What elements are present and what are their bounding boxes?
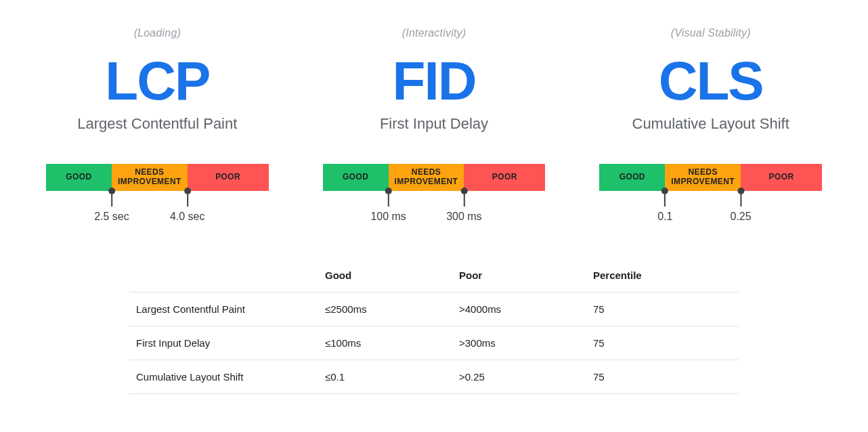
table-header-good: Good (318, 259, 452, 293)
segment-poor: POOR (741, 164, 822, 191)
threshold-tick-poor: 0.25 (730, 188, 751, 223)
table-header-row: Good Poor Percentile (129, 259, 739, 293)
threshold-tick-good: 100 ms (370, 188, 406, 223)
threshold-tick-good: 2.5 sec (94, 188, 129, 223)
cell-percentile: 75 (586, 326, 739, 360)
cell-good: ≤100ms (318, 326, 452, 360)
cell-poor: >0.25 (452, 360, 586, 394)
thresholds-table-wrap: Good Poor Percentile Largest Contentful … (129, 259, 739, 394)
metric-fullname: First Input Delay (380, 115, 488, 133)
threshold-good-label: 0.1 (657, 211, 672, 223)
threshold-good-label: 2.5 sec (94, 211, 129, 223)
cell-name: Largest Contentful Paint (129, 293, 318, 326)
metric-card-cls: (Visual Stability) CLS Cumulative Layout… (599, 27, 822, 225)
table-header-name (129, 259, 318, 293)
cell-name: Cumulative Layout Shift (129, 360, 318, 394)
metric-category: (Loading) (134, 27, 181, 39)
cell-good: ≤0.1 (318, 360, 452, 394)
metric-abbr: LCP (105, 54, 209, 108)
table-header-percentile: Percentile (586, 259, 739, 293)
threshold-bar: GOOD NEEDSIMPROVEMENT POOR 2.5 sec 4.0 s… (46, 164, 269, 225)
thresholds-table: Good Poor Percentile Largest Contentful … (129, 259, 739, 394)
segment-good: GOOD (46, 164, 112, 191)
table-header-poor: Poor (452, 259, 586, 293)
segment-needs-improvement: NEEDSIMPROVEMENT (389, 164, 464, 191)
threshold-tick-poor: 300 ms (446, 188, 481, 223)
segment-poor: POOR (464, 164, 545, 191)
threshold-tick-good: 0.1 (657, 188, 672, 223)
cell-percentile: 75 (586, 360, 739, 394)
threshold-bar: GOOD NEEDSIMPROVEMENT POOR 100 ms 300 ms (323, 164, 546, 225)
metric-abbr: FID (393, 54, 476, 108)
cell-poor: >4000ms (452, 293, 586, 326)
segment-needs-improvement: NEEDSIMPROVEMENT (112, 164, 188, 191)
metric-category: (Visual Stability) (671, 27, 751, 39)
cell-name: First Input Delay (129, 326, 318, 360)
threshold-good-label: 100 ms (370, 211, 406, 223)
threshold-poor-label: 0.25 (730, 211, 751, 223)
threshold-poor-label: 300 ms (446, 211, 481, 223)
table-row: Largest Contentful Paint ≤2500ms >4000ms… (129, 293, 739, 326)
threshold-poor-label: 4.0 sec (170, 211, 205, 223)
segment-good: GOOD (599, 164, 665, 191)
metric-cards: (Loading) LCP Largest Contentful Paint G… (0, 0, 868, 225)
table-row: First Input Delay ≤100ms >300ms 75 (129, 326, 739, 360)
metric-abbr: CLS (659, 54, 763, 108)
metric-fullname: Largest Contentful Paint (77, 115, 237, 133)
segment-poor: POOR (188, 164, 269, 191)
metric-card-fid: (Interactivity) FID First Input Delay GO… (323, 27, 546, 225)
threshold-tick-poor: 4.0 sec (170, 188, 205, 223)
table-row: Cumulative Layout Shift ≤0.1 >0.25 75 (129, 360, 739, 394)
cell-good: ≤2500ms (318, 293, 452, 326)
threshold-bar: GOOD NEEDSIMPROVEMENT POOR 0.1 0.25 (599, 164, 822, 225)
metric-card-lcp: (Loading) LCP Largest Contentful Paint G… (46, 27, 269, 225)
cell-poor: >300ms (452, 326, 586, 360)
segment-needs-improvement: NEEDSIMPROVEMENT (665, 164, 741, 191)
metric-fullname: Cumulative Layout Shift (632, 115, 789, 133)
cell-percentile: 75 (586, 293, 739, 326)
segment-good: GOOD (323, 164, 389, 191)
metric-category: (Interactivity) (402, 27, 466, 39)
